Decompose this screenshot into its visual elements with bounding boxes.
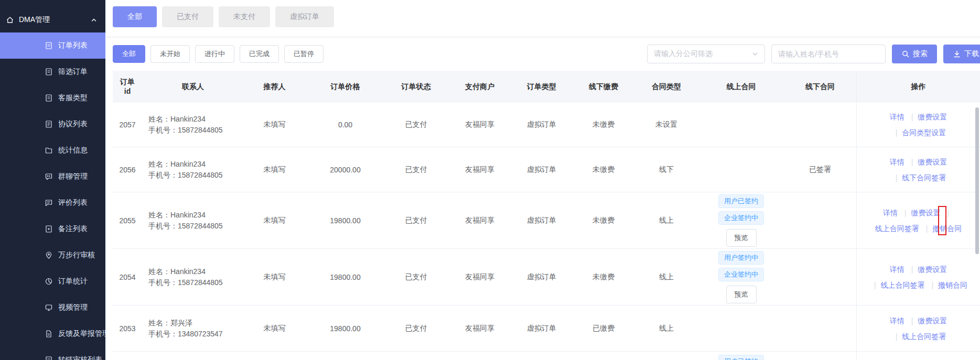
action-fee-setting-link[interactable]: 缴费设置 [907,317,947,325]
actions-cell: 详情 缴费设置 线上合同签署 撤销合同 [856,192,980,248]
contact-cell: 姓名：Hankin234 手机号：15872844805 [142,102,242,147]
price-cell: 0.00 [307,102,383,147]
sidebar-item-order-stats[interactable]: 订单统计 [0,268,105,294]
home-icon [6,16,14,24]
file-icon [45,330,53,338]
action-contract-type-setting-link[interactable]: 合同类型设置 [891,128,946,137]
sidebar-item-label: 群聊管理 [58,172,88,181]
document-list-icon [45,120,53,128]
header-offline-contract: 线下合同 [784,71,856,102]
sidebar-item-notes-list[interactable]: 备注列表 [0,216,105,242]
tab-virtual-order[interactable]: 虚拟订单 [275,6,334,27]
preview-button[interactable]: 预览 [726,229,757,247]
filter-not-started-button[interactable]: 未开始 [150,45,190,63]
table-row: 2056 姓名：Hankin234 手机号：15872844805 未填写 20… [113,147,980,192]
sidebar-item-service-type[interactable]: 客服类型 [0,85,105,111]
tab-all[interactable]: 全部 [113,6,157,27]
sidebar-item-wanbuxing-audit[interactable]: 万步行审核 [0,242,105,268]
action-detail-link[interactable]: 详情 [890,317,904,325]
actions-cell: 详情 缴费设置 合同类型设置 [856,102,980,147]
order-type-cell: 虚拟订单 [511,102,573,147]
status-cell: 已支付 [383,102,449,147]
company-sign-status-tag: 企业签约中 [718,211,764,225]
user-sign-status-tag: 用户已签约 [718,355,764,360]
sidebar-item-order-list[interactable]: 订单列表 [0,32,105,59]
order-id: 2053 [113,306,142,351]
header-contract-type: 合同类型 [634,71,698,102]
search-button[interactable]: 搜索 [892,45,937,63]
chevron-up-icon [90,16,98,24]
header-referrer: 推荐人 [242,71,307,102]
header-order-id: 订单id [113,71,142,102]
contact-phone: 手机号：15872844805 [148,277,228,288]
sidebar-group-dma[interactable]: DMA管理 [0,7,105,32]
tab-paid[interactable]: 已支付 [162,6,213,27]
chevron-down-icon [751,50,759,58]
action-revoke-contract-link[interactable]: 撤销合同 [927,281,967,289]
action-fee-setting-link[interactable]: 缴费设置 [907,113,947,121]
contact-phone: 手机号：15872844805 [148,221,228,232]
merchant-cell: 友福同享 [449,192,511,248]
vertical-scrollbar[interactable] [975,107,979,254]
action-fee-setting-link[interactable]: 缴费设置 [907,158,947,166]
table-row: 2055 姓名：Hankin234 手机号：15872844805 未填写 19… [113,192,980,249]
action-online-contract-sign-link[interactable]: 线上合同签署 [869,281,925,289]
referrer-cell: 未填写 [242,147,307,192]
branch-filter-select[interactable]: 请输入分公司筛选 [647,45,765,63]
online-contract-cell: 用户已签约 企业签约中 预览 [698,192,784,248]
header-order-type: 订单类型 [511,71,573,102]
contact-phone: 手机号：13480723547 [148,329,228,340]
offline-contract-cell: 已签署 [784,147,856,192]
sidebar-item-group-chat[interactable]: 群聊管理 [0,163,105,190]
contract-type-cell: 线上 [634,306,698,351]
merchant-cell: 友福同享 [449,249,511,305]
preview-button[interactable]: 预览 [726,286,757,303]
action-detail-link[interactable]: 详情 [883,209,898,217]
actions-cell: 详情 缴费设置 线上合同签署 撤销合同 [856,249,980,305]
sidebar-item-label: 统计信息 [58,146,88,155]
download-button[interactable]: 下载 [943,45,980,63]
offline-pay-cell: 未缴费 [573,249,634,305]
download-icon [953,50,961,58]
action-offline-contract-sign-link[interactable]: 线下合同签署 [891,173,946,182]
sidebar-item-statistics-info[interactable]: 统计信息 [0,137,105,163]
table-row: 2053 姓名：郑兴泽 手机号：13480723547 未填写 19800.00… [113,306,980,352]
filter-completed-button[interactable]: 已完成 [240,45,279,63]
sidebar-item-feedback-report[interactable]: 反馈及举报管理 [0,321,105,347]
header-price: 订单价格 [307,71,383,102]
offline-contract-cell [784,102,856,147]
sidebar-item-label: 备注列表 [58,224,88,234]
header-contact: 联系人 [142,71,242,102]
sidebar-item-filter-orders[interactable]: 筛选订单 [0,59,105,85]
filter-paused-button[interactable]: 已暂停 [284,45,324,63]
filter-in-progress-button[interactable]: 进行中 [195,45,234,63]
status-cell: 已支付 [383,306,449,351]
sidebar-item-clipped[interactable]: 转链审核列表 [0,347,105,360]
offline-contract-cell [784,192,856,248]
action-detail-link[interactable]: 详情 [890,158,904,166]
name-phone-input[interactable] [771,45,886,63]
sidebar-item-label: 订单统计 [58,277,88,286]
action-detail-link[interactable]: 详情 [890,113,904,121]
contact-name: 姓名：郑兴泽 [148,318,228,329]
action-online-contract-sign-link[interactable]: 线上合同签署 [875,224,919,233]
merchant-cell: 友福同享 [449,147,511,192]
price-cell: 19800.00 [307,306,383,351]
sidebar-item-video-management[interactable]: 视频管理 [0,294,105,321]
sidebar-item-review-list[interactable]: 评价列表 [0,190,105,216]
action-fee-setting-link[interactable]: 缴费设置 [900,209,941,217]
action-revoke-contract-link[interactable]: 撤销合同 [921,224,962,233]
sidebar-item-label: 筛选订单 [58,67,88,77]
tab-unpaid[interactable]: 未支付 [219,6,270,27]
filter-all-button[interactable]: 全部 [113,45,145,63]
main-content: 全部 已支付 未支付 虚拟订单 全部 未开始 进行中 已完成 已暂停 请输入分公… [105,0,980,360]
action-fee-setting-link[interactable]: 缴费设置 [907,265,947,274]
action-online-contract-sign-link[interactable]: 线上合同签署 [891,332,946,341]
action-detail-link[interactable]: 详情 [890,265,904,274]
merchant-cell: 友福同享 [449,102,511,147]
sidebar: DMA管理 订单列表 筛选订单 客服类型 协议列表 统计信息 群聊管理 评价列表… [0,0,105,360]
sidebar-item-agreement-list[interactable]: 协议列表 [0,111,105,137]
contact-name: 姓名：Hankin234 [148,159,228,170]
document-icon [45,94,53,102]
order-type-cell: 虚拟订单 [511,249,573,305]
